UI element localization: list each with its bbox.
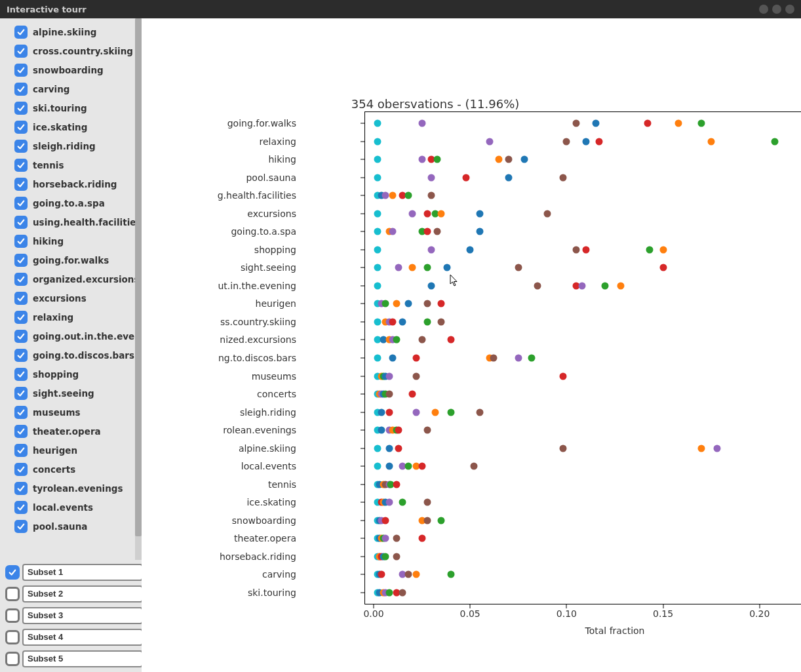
data-point[interactable] bbox=[467, 246, 474, 253]
checkbox-checked-icon[interactable] bbox=[14, 444, 28, 457]
data-point[interactable] bbox=[772, 138, 779, 145]
variable-check-row[interactable]: sight.seeing bbox=[3, 384, 139, 403]
data-point[interactable] bbox=[412, 372, 420, 380]
data-point[interactable] bbox=[424, 427, 431, 434]
variable-check-row[interactable]: snowboarding bbox=[3, 60, 139, 79]
data-point[interactable] bbox=[659, 246, 667, 253]
subset-name-input[interactable] bbox=[22, 650, 143, 667]
data-point[interactable] bbox=[378, 571, 385, 578]
checkbox-checked-icon[interactable] bbox=[14, 121, 28, 134]
checkbox-checked-icon[interactable] bbox=[14, 26, 28, 39]
data-point[interactable] bbox=[646, 246, 653, 253]
data-point[interactable] bbox=[385, 408, 393, 416]
checkbox-checked-icon[interactable] bbox=[5, 565, 20, 580]
checkbox-checked-icon[interactable] bbox=[14, 178, 28, 191]
variable-check-row[interactable]: heurigen bbox=[3, 441, 139, 460]
data-point[interactable] bbox=[534, 282, 541, 289]
data-point[interactable] bbox=[395, 427, 402, 434]
data-point[interactable] bbox=[424, 300, 431, 307]
data-point[interactable] bbox=[675, 120, 682, 127]
variable-check-row[interactable]: ski.touring bbox=[3, 98, 139, 117]
data-point[interactable] bbox=[471, 463, 478, 470]
variable-check-row[interactable]: using.health.facilities bbox=[3, 212, 139, 231]
checkbox-checked-icon[interactable] bbox=[14, 482, 28, 495]
variable-check-row[interactable]: relaxing bbox=[3, 307, 139, 326]
data-point[interactable] bbox=[424, 210, 431, 217]
scrollbar-track[interactable] bbox=[135, 18, 142, 560]
data-point[interactable] bbox=[408, 391, 416, 398]
data-point[interactable] bbox=[374, 246, 381, 253]
data-point[interactable] bbox=[447, 571, 454, 578]
data-point[interactable] bbox=[559, 174, 566, 181]
checkbox-checked-icon[interactable] bbox=[14, 387, 28, 400]
variable-check-row[interactable]: going.out.in.the.evening bbox=[3, 326, 139, 346]
data-point[interactable] bbox=[374, 120, 381, 127]
data-point[interactable] bbox=[374, 228, 381, 235]
data-point[interactable] bbox=[381, 517, 389, 524]
data-point[interactable] bbox=[418, 156, 425, 163]
data-point[interactable] bbox=[408, 264, 416, 271]
variable-check-row[interactable]: excursions bbox=[3, 288, 139, 307]
checkbox-checked-icon[interactable] bbox=[14, 216, 28, 229]
data-point[interactable] bbox=[393, 553, 400, 560]
data-point[interactable] bbox=[412, 571, 420, 578]
data-point[interactable] bbox=[418, 336, 425, 344]
data-point[interactable] bbox=[404, 300, 412, 307]
checkbox-checked-icon[interactable] bbox=[14, 463, 28, 476]
subset-name-input[interactable] bbox=[22, 585, 143, 603]
checkbox-unchecked-icon[interactable] bbox=[5, 652, 20, 666]
data-point[interactable] bbox=[505, 174, 513, 181]
data-point[interactable] bbox=[698, 120, 705, 127]
data-point[interactable] bbox=[385, 391, 393, 398]
data-point[interactable] bbox=[393, 535, 400, 542]
data-point[interactable] bbox=[424, 228, 431, 235]
data-point[interactable] bbox=[385, 589, 393, 597]
data-point[interactable] bbox=[408, 210, 416, 217]
data-point[interactable] bbox=[404, 463, 412, 470]
data-point[interactable] bbox=[374, 318, 381, 325]
data-point[interactable] bbox=[515, 264, 522, 271]
checkbox-checked-icon[interactable] bbox=[14, 349, 28, 362]
data-point[interactable] bbox=[520, 156, 528, 163]
data-point[interactable] bbox=[505, 156, 513, 163]
data-point[interactable] bbox=[617, 282, 624, 289]
checkbox-checked-icon[interactable] bbox=[14, 273, 28, 286]
data-point[interactable] bbox=[463, 174, 470, 181]
checkbox-checked-icon[interactable] bbox=[14, 140, 28, 153]
subset-name-input[interactable] bbox=[22, 629, 143, 646]
variable-check-row[interactable]: cross.country.skiing bbox=[3, 41, 139, 60]
checkbox-checked-icon[interactable] bbox=[14, 45, 28, 58]
variable-check-row[interactable]: local.events bbox=[3, 498, 139, 517]
scrollbar-thumb[interactable] bbox=[135, 18, 142, 536]
data-point[interactable] bbox=[602, 282, 609, 289]
data-point[interactable] bbox=[374, 355, 381, 362]
data-point[interactable] bbox=[389, 228, 397, 235]
data-point[interactable] bbox=[393, 300, 400, 307]
checkbox-checked-icon[interactable] bbox=[14, 159, 28, 172]
data-point[interactable] bbox=[418, 535, 425, 542]
checkbox-checked-icon[interactable] bbox=[14, 83, 28, 96]
data-point[interactable] bbox=[434, 156, 441, 163]
data-point[interactable] bbox=[496, 156, 503, 163]
variable-check-row[interactable]: tennis bbox=[3, 155, 139, 174]
checkbox-unchecked-icon[interactable] bbox=[5, 587, 20, 601]
data-point[interactable] bbox=[447, 336, 454, 344]
data-point[interactable] bbox=[428, 246, 435, 253]
data-point[interactable] bbox=[374, 174, 381, 181]
variable-check-row[interactable]: carving bbox=[3, 79, 139, 98]
data-point[interactable] bbox=[486, 138, 493, 145]
checkbox-checked-icon[interactable] bbox=[14, 368, 28, 381]
data-point[interactable] bbox=[543, 210, 551, 217]
maximize-icon[interactable] bbox=[772, 5, 781, 14]
data-point[interactable] bbox=[438, 300, 445, 307]
variable-check-row[interactable]: sleigh.riding bbox=[3, 136, 139, 155]
checkbox-checked-icon[interactable] bbox=[14, 64, 28, 77]
data-point[interactable] bbox=[659, 264, 667, 271]
data-point[interactable] bbox=[385, 372, 393, 380]
subset-name-input[interactable] bbox=[22, 607, 143, 624]
checkbox-checked-icon[interactable] bbox=[14, 406, 28, 419]
data-point[interactable] bbox=[476, 228, 483, 235]
data-point[interactable] bbox=[582, 246, 589, 253]
data-point[interactable] bbox=[490, 355, 497, 362]
checkbox-checked-icon[interactable] bbox=[14, 254, 28, 267]
